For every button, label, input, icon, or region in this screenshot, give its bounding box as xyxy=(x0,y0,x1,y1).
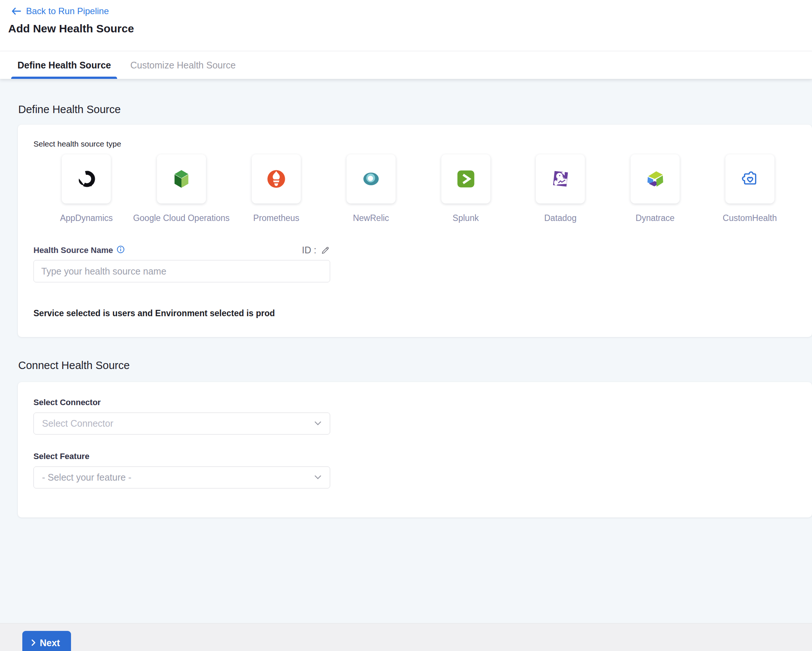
source-type-label: AppDynamics xyxy=(60,213,113,223)
service-environment-note: Service selected is users and Environmen… xyxy=(34,309,797,318)
source-type-google-cloud-operations: Google Cloud Operations xyxy=(134,154,229,223)
newrelic-icon xyxy=(359,167,383,191)
source-type-label: NewRelic xyxy=(353,213,389,223)
tab-customize-label: Customize Health Source xyxy=(130,60,235,71)
select-source-type-label: Select health source type xyxy=(34,139,797,148)
health-source-type-grid: AppDynamics Google Cloud Operations xyxy=(39,154,797,223)
next-button-label: Next xyxy=(40,637,60,648)
dynatrace-icon xyxy=(643,167,667,191)
dynatrace-tile[interactable] xyxy=(630,154,680,203)
feature-select[interactable]: - Select your feature - xyxy=(34,466,330,488)
page-header: Back to Run Pipeline Add New Health Sour… xyxy=(0,0,812,51)
health-source-name-row: Health Source Name ID : xyxy=(34,245,330,255)
select-connector-label: Select Connector xyxy=(34,398,101,407)
next-button[interactable]: Next xyxy=(22,631,71,651)
page-title: Add New Health Source xyxy=(8,22,812,35)
prometheus-icon xyxy=(264,167,288,191)
edit-id-pencil-icon[interactable] xyxy=(321,246,330,255)
appdynamics-tile[interactable] xyxy=(62,154,111,203)
select-feature-label: Select Feature xyxy=(34,452,797,461)
splunk-icon xyxy=(453,167,478,191)
source-type-datadog: Datadog xyxy=(513,154,608,223)
back-link-label: Back to Run Pipeline xyxy=(26,6,109,16)
active-tab-underline xyxy=(11,76,117,79)
source-type-label: Datadog xyxy=(544,213,577,223)
connector-select-placeholder: Select Connector xyxy=(42,418,113,429)
back-arrow-icon xyxy=(11,7,21,15)
info-icon[interactable] xyxy=(116,245,125,255)
newrelic-tile[interactable] xyxy=(346,154,395,203)
prometheus-tile[interactable] xyxy=(252,154,301,203)
connect-health-source-card: Select Connector Select Connector Select… xyxy=(18,382,812,518)
back-to-run-pipeline-link[interactable]: Back to Run Pipeline xyxy=(0,0,109,16)
health-source-name-label: Health Source Name xyxy=(34,246,113,255)
source-type-appdynamics: AppDynamics xyxy=(39,154,134,223)
next-chevron-icon xyxy=(31,637,36,648)
customhealth-tile[interactable] xyxy=(725,154,774,203)
feature-select-placeholder: - Select your feature - xyxy=(42,472,131,483)
define-health-source-card: Select health source type AppDynamics xyxy=(18,125,812,337)
source-type-label: Prometheus xyxy=(253,213,299,223)
tab-define-health-source[interactable]: Define Health Source xyxy=(11,51,117,79)
define-section-heading: Define Health Source xyxy=(0,79,812,116)
google-cloud-operations-tile[interactable] xyxy=(157,154,206,203)
datadog-tile[interactable] xyxy=(536,154,585,203)
appdynamics-icon xyxy=(74,167,99,191)
tab-define-label: Define Health Source xyxy=(17,60,111,71)
id-label: ID : xyxy=(302,245,316,255)
connector-select[interactable]: Select Connector xyxy=(34,413,330,434)
tab-customize-health-source[interactable]: Customize Health Source xyxy=(124,51,242,79)
tab-bar: Define Health Source Customize Health So… xyxy=(0,51,812,79)
source-type-splunk: Splunk xyxy=(418,154,513,223)
health-source-name-input[interactable] xyxy=(34,260,330,282)
source-type-label: Google Cloud Operations xyxy=(133,213,230,223)
source-type-label: Splunk xyxy=(452,213,478,223)
connect-section-heading: Connect Health Source xyxy=(0,337,812,371)
source-type-prometheus: Prometheus xyxy=(229,154,324,223)
main-content: Define Health Source Select health sourc… xyxy=(0,79,812,623)
source-type-newrelic: NewRelic xyxy=(324,154,418,223)
splunk-tile[interactable] xyxy=(441,154,490,203)
datadog-icon xyxy=(548,167,572,191)
customhealth-icon xyxy=(738,167,762,191)
chevron-down-icon xyxy=(314,420,322,427)
google-cloud-operations-icon xyxy=(169,167,194,191)
source-type-label: Dynatrace xyxy=(636,213,675,223)
footer-bar: Next xyxy=(0,623,812,651)
chevron-down-icon xyxy=(314,474,322,481)
source-type-dynatrace: Dynatrace xyxy=(608,154,703,223)
source-type-customhealth: CustomHealth xyxy=(702,154,797,223)
source-type-label: CustomHealth xyxy=(723,213,777,223)
